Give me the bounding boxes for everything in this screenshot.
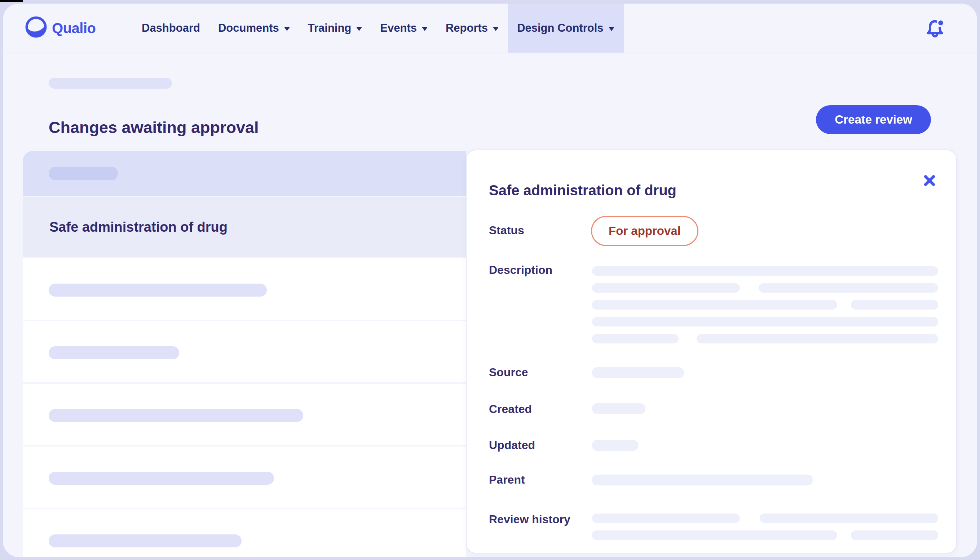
brand-name: Qualio bbox=[52, 20, 95, 37]
list-item-selected[interactable]: Safe administration of drug bbox=[23, 197, 466, 257]
skeleton-pill bbox=[49, 409, 303, 422]
nav-item-label: Reports bbox=[446, 22, 488, 35]
list-item-title: Safe administration of drug bbox=[49, 220, 227, 235]
close-button[interactable] bbox=[922, 173, 937, 188]
chevron-down-icon bbox=[422, 27, 427, 31]
skeleton-pill bbox=[49, 534, 242, 547]
skeleton-pill bbox=[851, 300, 938, 310]
brand-logo[interactable]: Qualio bbox=[24, 3, 95, 53]
list-item[interactable] bbox=[23, 321, 466, 382]
field-label-source: Source bbox=[489, 366, 528, 379]
app-root: Qualio Dashboard Documents Training Even… bbox=[0, 0, 980, 560]
field-label-updated: Updated bbox=[489, 438, 535, 452]
skeleton-pill bbox=[592, 403, 645, 414]
nav-item-label: Dashboard bbox=[142, 22, 200, 35]
skeleton-pill bbox=[49, 283, 267, 297]
list-item[interactable] bbox=[23, 509, 466, 557]
skeleton-pill bbox=[592, 266, 938, 276]
skeleton-pill bbox=[49, 472, 274, 485]
nav-item-documents[interactable]: Documents bbox=[209, 3, 299, 53]
app-window: Qualio Dashboard Documents Training Even… bbox=[3, 3, 977, 557]
window-corner-notch bbox=[0, 0, 23, 2]
bell-icon bbox=[925, 17, 946, 41]
field-label-review-history: Review history bbox=[489, 513, 570, 526]
create-review-button[interactable]: Create review bbox=[816, 105, 931, 134]
status-badge: For approval bbox=[591, 216, 698, 246]
top-navigation: Qualio Dashboard Documents Training Even… bbox=[3, 3, 977, 53]
skeleton-pill bbox=[592, 334, 679, 343]
skeleton-pill bbox=[851, 530, 938, 540]
field-label-status: Status bbox=[489, 224, 524, 237]
skeleton-pill bbox=[592, 317, 938, 327]
field-label-created: Created bbox=[489, 403, 532, 416]
nav-item-training[interactable]: Training bbox=[299, 3, 371, 53]
nav-item-design-controls[interactable]: Design Controls bbox=[508, 3, 623, 53]
skeleton-pill bbox=[592, 300, 837, 310]
changes-list: Safe administration of drug bbox=[23, 151, 466, 557]
close-icon bbox=[922, 173, 937, 188]
page-title: Changes awaiting approval bbox=[49, 118, 259, 137]
chevron-down-icon bbox=[284, 27, 290, 31]
field-label-description: Description bbox=[489, 263, 553, 277]
list-item[interactable] bbox=[23, 258, 466, 320]
detail-panel: Safe administration of drug Status For a… bbox=[466, 150, 957, 553]
skeleton-pill bbox=[592, 440, 638, 451]
field-label-parent: Parent bbox=[489, 473, 525, 487]
list-item[interactable] bbox=[23, 447, 466, 508]
nav-items: Dashboard Documents Training Events Repo… bbox=[133, 3, 624, 53]
nav-item-events[interactable]: Events bbox=[371, 3, 437, 53]
skeleton-pill bbox=[592, 367, 684, 378]
list-item-skeleton-selected[interactable] bbox=[23, 151, 466, 196]
detail-title: Safe administration of drug bbox=[489, 182, 676, 198]
nav-item-dashboard[interactable]: Dashboard bbox=[133, 3, 209, 53]
nav-item-label: Documents bbox=[218, 22, 279, 35]
list-item[interactable] bbox=[23, 384, 466, 445]
notifications-button[interactable] bbox=[925, 17, 946, 41]
chevron-down-icon bbox=[493, 27, 499, 31]
skeleton-pill bbox=[49, 167, 118, 180]
skeleton-pill bbox=[592, 530, 837, 540]
skeleton-pill bbox=[696, 334, 938, 343]
skeleton-pill bbox=[592, 513, 740, 523]
qualio-logo-icon bbox=[24, 15, 48, 41]
skeleton-pill bbox=[760, 513, 938, 523]
skeleton-pill bbox=[759, 283, 938, 293]
breadcrumb-skeleton bbox=[49, 78, 172, 88]
skeleton-pill bbox=[592, 283, 740, 293]
nav-item-label: Training bbox=[308, 22, 352, 35]
nav-item-reports[interactable]: Reports bbox=[437, 3, 508, 53]
nav-item-label: Events bbox=[380, 22, 417, 35]
chevron-down-icon bbox=[609, 27, 614, 31]
nav-item-label: Design Controls bbox=[517, 22, 603, 35]
skeleton-pill bbox=[592, 475, 813, 485]
chevron-down-icon bbox=[356, 27, 362, 31]
skeleton-pill bbox=[49, 346, 179, 359]
